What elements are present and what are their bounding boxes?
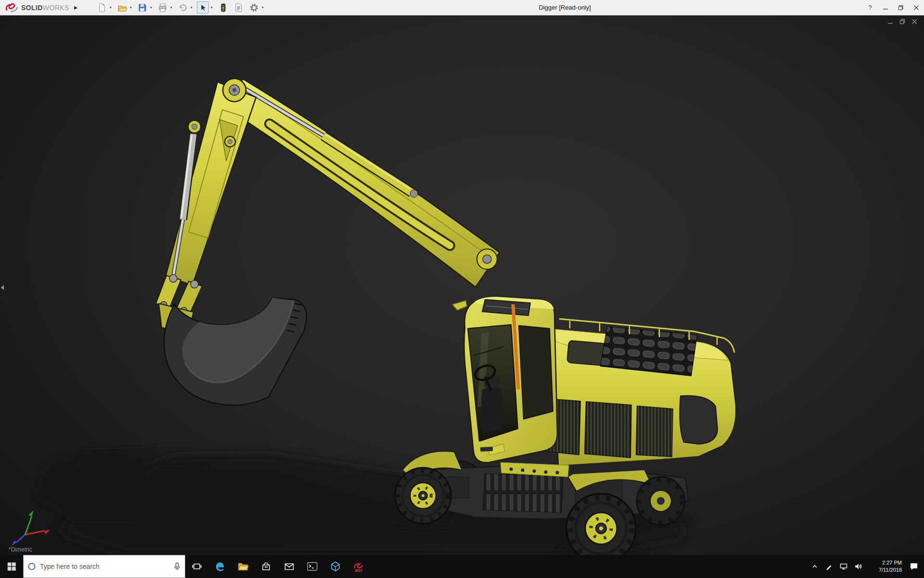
options-button[interactable] xyxy=(248,1,260,13)
taskbar-clock[interactable]: 2:27 PM 7/11/2018 xyxy=(865,555,904,578)
microsoft-store-button[interactable] xyxy=(255,555,278,578)
close-button[interactable] xyxy=(909,0,924,15)
graphics-viewport[interactable]: *Dimetric xyxy=(0,15,924,555)
document-window-controls xyxy=(886,18,918,25)
front-right-wheel[interactable] xyxy=(566,494,636,555)
solidworks-year-label: 2017 xyxy=(355,569,362,572)
command-prompt-icon xyxy=(306,560,319,573)
speaker-icon xyxy=(854,563,862,570)
rear-right-wheel[interactable] xyxy=(637,477,685,525)
excavator-cab[interactable] xyxy=(452,297,557,462)
new-document-icon xyxy=(97,3,107,13)
network-icon xyxy=(839,563,848,570)
gear-icon xyxy=(249,3,259,13)
mail-envelope-icon xyxy=(283,561,295,572)
chevron-down-icon[interactable]: ▾ xyxy=(128,5,133,10)
solidworks-logo: SOLIDWORKS xyxy=(0,2,69,13)
open-folder-icon xyxy=(117,3,127,13)
solidworks-2017-button[interactable]: 2017 xyxy=(347,555,370,578)
cortana-circle-icon xyxy=(27,562,36,571)
select-tool-button[interactable] xyxy=(197,1,209,13)
rebuild-stoplight-icon xyxy=(218,3,228,13)
chevron-down-icon[interactable]: ▾ xyxy=(189,5,193,10)
quick-toolbar: ▾ ▾ ▾ xyxy=(96,1,267,13)
ds-logo-icon xyxy=(5,2,19,13)
rebuild-button[interactable] xyxy=(217,1,229,13)
chevron-down-icon[interactable]: ▾ xyxy=(169,5,173,10)
undo-button[interactable] xyxy=(177,1,189,13)
microphone-icon[interactable] xyxy=(173,562,181,571)
chevron-down-icon[interactable]: ▾ xyxy=(108,5,113,10)
select-cursor-icon xyxy=(198,3,208,13)
action-center-button[interactable]: 2 xyxy=(904,555,924,578)
volume-button[interactable] xyxy=(851,555,865,578)
print-icon xyxy=(158,3,167,13)
arm-knuckle-joint[interactable] xyxy=(223,79,246,102)
file-properties-button[interactable] xyxy=(232,1,244,13)
minimize-icon xyxy=(887,19,894,25)
edge-icon xyxy=(214,560,226,573)
open-button[interactable] xyxy=(116,1,128,13)
excavator-bucket[interactable] xyxy=(159,298,307,405)
front-left-wheel[interactable] xyxy=(395,468,451,524)
minimize-icon xyxy=(883,5,888,11)
brand-solid: SOLID xyxy=(21,4,43,12)
titlebar: SOLIDWORKS ▶ ▾ ▾ xyxy=(0,0,924,15)
network-button[interactable] xyxy=(836,555,851,578)
windows-logo-icon xyxy=(6,561,17,572)
brand-works: WORKS xyxy=(43,4,69,12)
tray-expand-button[interactable] xyxy=(808,555,822,578)
command-prompt-button[interactable] xyxy=(301,555,324,578)
tray-pen-button[interactable] xyxy=(822,555,836,578)
orientation-triad xyxy=(12,511,50,546)
pen-icon xyxy=(825,563,833,570)
close-icon xyxy=(913,5,919,11)
store-bag-icon xyxy=(260,561,272,572)
taskbar-search-box[interactable] xyxy=(23,555,185,578)
document-close-button[interactable] xyxy=(911,18,918,25)
start-button[interactable] xyxy=(0,555,23,578)
mail-button[interactable] xyxy=(278,555,301,578)
document-title: Digger [Read-only] xyxy=(267,4,862,11)
boom-hydraulic-cylinder[interactable] xyxy=(243,88,418,197)
system-tray: 2:27 PM 7/11/2018 2 xyxy=(808,555,924,578)
view-orientation-label: *Dimetric xyxy=(9,546,32,553)
restore-button[interactable] xyxy=(893,0,909,15)
search-input[interactable] xyxy=(40,563,169,570)
chevron-down-icon[interactable]: ▾ xyxy=(149,5,153,10)
document-minimize-button[interactable] xyxy=(886,18,894,25)
edge-browser-button[interactable] xyxy=(208,555,231,578)
3d-cube-icon xyxy=(329,560,342,573)
toolbar-flyout-arrow[interactable]: ▶ xyxy=(74,5,78,10)
excavator-3d-model[interactable] xyxy=(0,15,924,555)
print-button[interactable] xyxy=(156,1,168,13)
taskbar: 2017 2:27 xyxy=(0,555,924,578)
save-button[interactable] xyxy=(136,1,148,13)
notification-badge: 2 xyxy=(918,569,920,574)
help-button[interactable]: ? xyxy=(862,0,878,15)
file-properties-icon xyxy=(234,3,244,13)
task-view-button[interactable] xyxy=(185,555,208,578)
minimize-button[interactable] xyxy=(878,0,893,15)
file-explorer-icon xyxy=(237,560,249,573)
chevron-up-icon xyxy=(811,563,819,570)
excavator-stick-arm[interactable] xyxy=(166,82,256,285)
file-explorer-button[interactable] xyxy=(231,555,255,578)
window-controls: ? xyxy=(862,0,924,15)
undo-icon xyxy=(178,3,188,13)
clock-time: 2:27 PM xyxy=(882,559,902,566)
save-icon xyxy=(138,3,147,13)
brand-text: SOLIDWORKS xyxy=(21,4,69,12)
excavator-boom[interactable] xyxy=(221,79,500,287)
restore-icon xyxy=(898,5,904,11)
close-icon xyxy=(911,19,918,25)
restore-icon xyxy=(899,19,906,25)
chevron-down-icon[interactable]: ▾ xyxy=(209,5,214,10)
document-restore-button[interactable] xyxy=(898,18,906,25)
new-document-button[interactable] xyxy=(96,1,108,13)
feature-panel-collapse-arrow[interactable] xyxy=(0,281,5,294)
task-view-icon xyxy=(191,561,203,572)
3d-viewer-button[interactable] xyxy=(324,555,347,578)
chevron-down-icon[interactable]: ▾ xyxy=(260,5,265,10)
clock-date: 7/11/2018 xyxy=(879,566,902,574)
